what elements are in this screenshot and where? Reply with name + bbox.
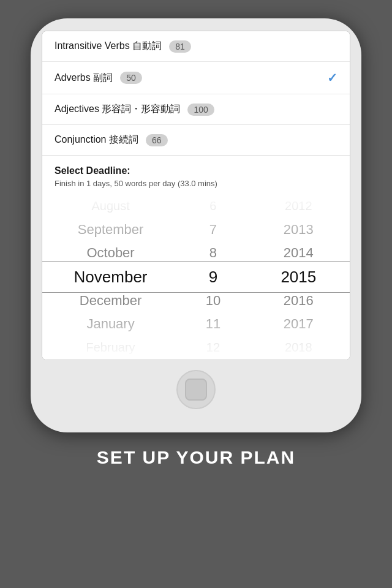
list-item[interactable]: Intransitive Verbs 自動詞 81 <box>42 31 350 62</box>
picker-item: 2017 <box>247 312 350 336</box>
picker-item: October <box>42 241 179 265</box>
picker-item-selected: November <box>42 265 179 289</box>
home-button-inner <box>185 379 207 401</box>
picker-item: August <box>42 194 179 218</box>
checkmark-icon: ✓ <box>327 70 337 85</box>
picker-item: 8 <box>179 241 247 265</box>
picker-item: 2014 <box>247 241 350 265</box>
picker-item: 2012 <box>247 194 350 218</box>
phone-screen: Intransitive Verbs 自動詞 81 Adverbs 副詞 50 … <box>42 31 350 360</box>
picker-item: 6 <box>179 194 247 218</box>
picker-item: 2016 <box>247 288 350 312</box>
item-left: Conjunction 接続詞 66 <box>55 134 337 146</box>
deadline-subtitle: Finish in 1 days, 50 words per day (33.0… <box>55 179 337 188</box>
picker-months-column[interactable]: August September October November Decemb… <box>42 194 179 360</box>
list-item[interactable]: Conjunction 接続詞 66 <box>42 125 350 155</box>
word-label: Adverbs 副詞 <box>55 72 113 85</box>
picker-item: January <box>42 312 179 336</box>
word-label: Conjunction 接続詞 <box>55 134 138 146</box>
item-left: Adjectives 形容詞・形容動詞 100 <box>55 103 337 116</box>
list-item[interactable]: Adjectives 形容詞・形容動詞 100 <box>42 94 350 125</box>
word-label: Adjectives 形容詞・形容動詞 <box>55 103 180 116</box>
picker-item: September <box>42 218 179 242</box>
word-count-badge: 100 <box>187 104 214 116</box>
picker-item: February <box>42 336 179 360</box>
list-item[interactable]: Adverbs 副詞 50 ✓ <box>42 62 350 94</box>
phone-frame: Intransitive Verbs 自動詞 81 Adverbs 副詞 50 … <box>31 18 361 432</box>
item-left: Adverbs 副詞 50 <box>55 72 327 85</box>
word-count-badge: 66 <box>146 134 168 146</box>
word-count-badge: 50 <box>120 72 142 84</box>
home-button-area <box>176 370 216 409</box>
date-picker[interactable]: August September October November Decemb… <box>42 194 350 360</box>
picker-item: 12 <box>179 336 247 360</box>
word-count-badge: 81 <box>169 40 191 53</box>
picker-item-selected: 9 <box>179 265 247 289</box>
word-label: Intransitive Verbs 自動詞 <box>55 40 162 53</box>
deadline-section: Select Deadline: Finish in 1 days, 50 wo… <box>42 155 350 188</box>
picker-days-column[interactable]: 6 7 8 9 10 11 12 <box>179 194 247 360</box>
picker-item: 2018 <box>247 336 350 360</box>
home-button[interactable] <box>176 370 216 409</box>
picker-columns: August September October November Decemb… <box>42 194 350 360</box>
word-categories-list: Intransitive Verbs 自動詞 81 Adverbs 副詞 50 … <box>42 31 350 155</box>
picker-item: December <box>42 288 179 312</box>
picker-item-selected: 2015 <box>247 265 350 289</box>
picker-item: 7 <box>179 218 247 242</box>
picker-item: 2013 <box>247 218 350 242</box>
deadline-title: Select Deadline: <box>55 165 337 176</box>
picker-years-column[interactable]: 2012 2013 2014 2015 2016 2017 2018 <box>247 194 350 360</box>
picker-item: 11 <box>179 312 247 336</box>
picker-item: 10 <box>179 288 247 312</box>
item-left: Intransitive Verbs 自動詞 81 <box>55 40 337 53</box>
bottom-label: SET UP YOUR PLAN <box>97 447 295 468</box>
